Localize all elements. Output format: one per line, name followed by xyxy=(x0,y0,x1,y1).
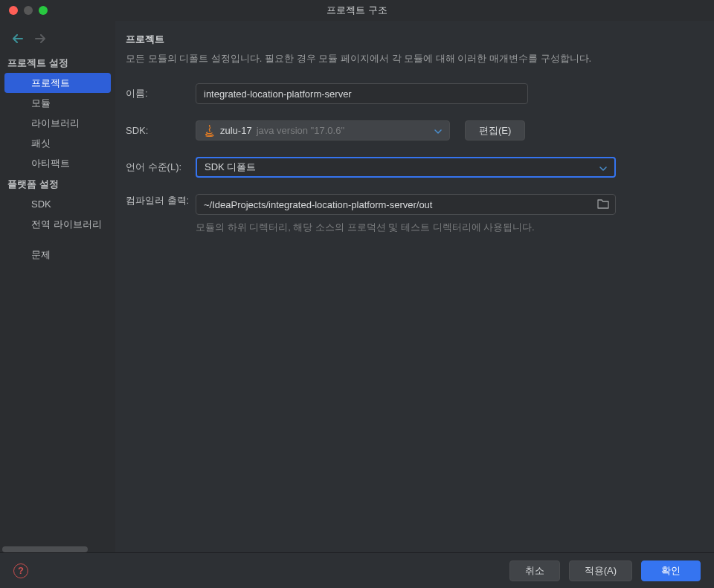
section-header-project-settings: 프로젝트 설정 xyxy=(0,52,115,73)
sidebar-item-label: SDK xyxy=(31,198,51,210)
maximize-window-button[interactable] xyxy=(39,6,48,15)
sidebar-item-label: 패싯 xyxy=(31,138,51,149)
compiler-output-label: 컴파일러 출력: xyxy=(126,194,190,207)
project-name-input[interactable] xyxy=(196,83,528,104)
sidebar-item-label: 라이브러리 xyxy=(31,117,80,129)
sidebar-item-modules[interactable]: 모듈 xyxy=(0,93,115,113)
sidebar-item-libraries[interactable]: 라이브러리 xyxy=(0,113,115,133)
horizontal-scrollbar[interactable] xyxy=(2,546,88,552)
language-level-label: 언어 수준(L): xyxy=(126,161,190,174)
language-level-value: SDK 디폴트 xyxy=(205,161,256,174)
ok-button-label: 확인 xyxy=(661,565,681,576)
page-subtitle: 모든 모듈의 디폴트 설정입니다. 필요한 경우 모듈 페이지에서 각 모듈에 … xyxy=(126,52,698,65)
section-header-platform-settings: 플랫폼 설정 xyxy=(0,173,115,194)
sidebar-item-label: 아티팩트 xyxy=(31,158,70,169)
sidebar-item-artifacts[interactable]: 아티팩트 xyxy=(0,153,115,173)
name-label: 이름: xyxy=(126,87,190,100)
sidebar-item-problems[interactable]: 문제 xyxy=(0,245,115,265)
cancel-button[interactable]: 취소 xyxy=(509,560,560,581)
dialog-footer: ? 취소 적용(A) 확인 xyxy=(0,552,714,588)
apply-button-label: 적용(A) xyxy=(585,565,617,576)
main-content: 프로젝트 모든 모듈의 디폴트 설정입니다. 필요한 경우 모듈 페이지에서 각… xyxy=(115,21,714,552)
sidebar-item-label: 전역 라이브러리 xyxy=(31,219,102,230)
edit-button-label: 편집(E) xyxy=(479,124,511,138)
minimize-window-button[interactable] xyxy=(24,6,33,15)
back-icon[interactable] xyxy=(12,33,24,45)
sidebar-item-global-libraries[interactable]: 전역 라이브러리 xyxy=(0,214,115,234)
sidebar-item-label: 프로젝트 xyxy=(31,77,70,88)
java-icon xyxy=(204,125,216,137)
sidebar-item-project[interactable]: 프로젝트 xyxy=(4,73,111,93)
window-title: 프로젝트 구조 xyxy=(327,4,387,17)
compiler-output-value: ~/IdeaProjects/integrated-location-platf… xyxy=(204,199,432,210)
page-title: 프로젝트 xyxy=(126,33,698,46)
cancel-button-label: 취소 xyxy=(525,565,544,576)
nav-arrows xyxy=(0,21,115,52)
sidebar-item-facets[interactable]: 패싯 xyxy=(0,133,115,153)
compiler-output-hint: 모듈의 하위 디렉터리, 해당 소스의 프로덕션 및 테스트 디렉터리에 사용됩… xyxy=(196,221,698,234)
language-level-select[interactable]: SDK 디폴트 xyxy=(196,157,616,178)
sidebar-item-sdks[interactable]: SDK xyxy=(0,194,115,214)
sdk-name: zulu-17 xyxy=(220,125,252,136)
ok-button[interactable]: 확인 xyxy=(641,560,701,581)
traffic-lights xyxy=(0,6,48,15)
sidebar-item-label: 모듈 xyxy=(31,97,51,109)
compiler-output-field[interactable]: ~/IdeaProjects/integrated-location-platf… xyxy=(196,194,616,215)
apply-button[interactable]: 적용(A) xyxy=(569,560,632,581)
help-icon[interactable]: ? xyxy=(13,563,28,578)
edit-sdk-button[interactable]: 편집(E) xyxy=(465,120,525,140)
chevron-down-icon xyxy=(434,125,442,136)
chevron-down-icon xyxy=(599,162,607,173)
forward-icon[interactable] xyxy=(34,33,46,45)
sdk-select[interactable]: zulu-17 java version "17.0.6" xyxy=(196,120,450,140)
sidebar-item-label: 문제 xyxy=(31,249,51,260)
sdk-label: SDK: xyxy=(126,125,190,136)
close-window-button[interactable] xyxy=(9,6,18,15)
titlebar: 프로젝트 구조 xyxy=(0,0,714,21)
sidebar: 프로젝트 설정 프로젝트 모듈 라이브러리 패싯 아티팩트 플랫폼 설정 SDK… xyxy=(0,21,115,552)
sdk-version: java version "17.0.6" xyxy=(257,125,344,136)
folder-icon[interactable] xyxy=(597,198,609,211)
